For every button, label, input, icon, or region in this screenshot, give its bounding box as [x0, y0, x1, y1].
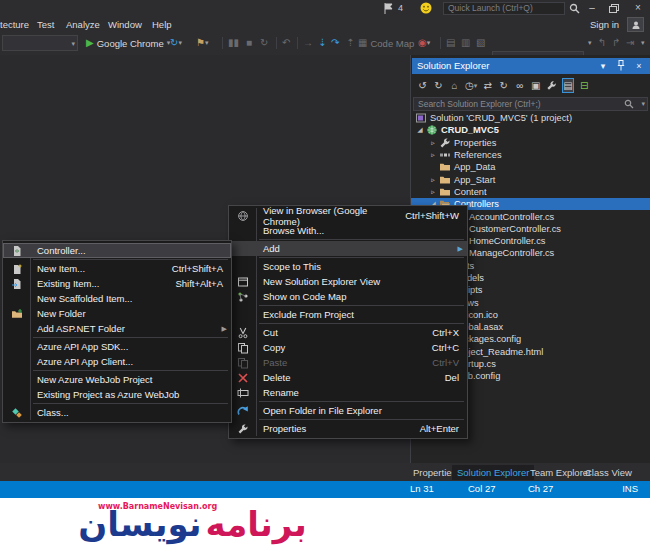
start-icon: ▶ — [86, 35, 94, 51]
new-file-button[interactable]: ▤ — [446, 35, 455, 51]
nav-forward-button[interactable]: ↱ — [612, 35, 620, 51]
indent-button[interactable]: ⇥ — [626, 35, 634, 51]
submenu-azure-api-app-client[interactable]: Azure API App Client... — [3, 354, 231, 369]
flag-tool-button[interactable]: ⚑▾ — [196, 35, 208, 51]
context-menu-delete[interactable]: DeleteDel — [229, 370, 467, 385]
tab-solution-explorer[interactable]: Solution Explorer — [452, 465, 534, 480]
switch-views-icon[interactable]: ⇄ — [482, 78, 493, 93]
context-menu-cut[interactable]: CutCtrl+X — [229, 325, 467, 340]
nav-back-button[interactable]: ↰ — [598, 35, 606, 51]
submenu-add-asp-net-folder[interactable]: Add ASP.NET Folder▶ — [3, 321, 231, 336]
context-menu-view-in-browser-google-chrome[interactable]: View in Browser (Google Chrome)Ctrl+Shif… — [229, 208, 467, 223]
pending-changes-icon[interactable]: ◷▾ — [465, 78, 477, 93]
quick-launch-input[interactable]: Quick Launch (Ctrl+Q) — [443, 2, 565, 15]
tree-item-references[interactable]: ▹References — [411, 149, 650, 161]
close-icon[interactable]: × — [632, 58, 646, 74]
submenu-existing-item[interactable]: Existing Item...Shift+Alt+A — [3, 276, 231, 291]
link-icon[interactable]: ∞ — [514, 78, 525, 93]
restore-button[interactable] — [606, 1, 622, 15]
context-menu-show-on-code-map[interactable]: Show on Code Map — [229, 289, 467, 304]
home-icon[interactable]: ⌂ — [449, 78, 460, 93]
tree-item-content[interactable]: ▹Content — [411, 186, 650, 198]
context-menu-add[interactable]: Add▶ — [229, 241, 467, 256]
panel-header[interactable]: Solution Explorer ▾ × — [412, 58, 650, 74]
collapsed-arrow-icon[interactable]: ▹ — [427, 151, 439, 159]
preview-icon[interactable]: ▣ — [530, 78, 541, 93]
collapsed-arrow-icon[interactable]: ▹ — [427, 176, 439, 184]
context-menu-open-folder-in-file-explorer[interactable]: Open Folder in File Explorer — [229, 403, 467, 418]
restart-button[interactable]: ↻ — [260, 35, 268, 51]
step-over-button[interactable]: → — [303, 35, 313, 51]
user-avatar-icon[interactable] — [627, 17, 644, 32]
context-menu-exclude-from-project[interactable]: Exclude From Project — [229, 307, 467, 322]
submenu-new-folder[interactable]: New Folder — [3, 306, 231, 321]
code-map-label: Code Map — [370, 38, 414, 49]
submenu-controller[interactable]: Controller... — [3, 243, 231, 258]
magnifier-icon[interactable] — [624, 99, 634, 109]
target-combo[interactable]: ▾ — [2, 35, 78, 51]
controller-icon — [3, 245, 30, 257]
nav-back-icon: ↰ — [598, 35, 606, 51]
submenu-azure-api-app-sdk[interactable]: Azure API App SDK... — [3, 339, 231, 354]
close-button[interactable]: × — [630, 1, 646, 15]
code-map-button[interactable]: ▦ Code Map — [358, 35, 417, 51]
tree-item-app-data[interactable]: App_Data — [411, 161, 650, 173]
browser-refresh-button[interactable]: ↻▾ — [170, 35, 182, 51]
tree-item-solution-crud-mvc5-1-project-[interactable]: Solution 'CRUD_MVC5' (1 project) — [411, 112, 650, 124]
dropdown-caret-icon[interactable]: ▾ — [596, 58, 610, 74]
submenu-new-scaffolded-item[interactable]: New Scaffolded Item... — [3, 291, 231, 306]
tree-item-properties[interactable]: ▹Properties — [411, 137, 650, 149]
find-options-button[interactable]: ▾ — [588, 35, 592, 51]
submenu-class[interactable]: Class... — [3, 405, 231, 420]
context-menu-browse-with[interactable]: Browse With... — [229, 223, 467, 238]
minimize-button[interactable]: – — [584, 1, 600, 15]
submenu-new-azure-webjob-project[interactable]: New Azure WebJob Project — [3, 372, 231, 387]
submenu-existing-project-as-azure-webjob[interactable]: Existing Project as Azure WebJob — [3, 387, 231, 402]
magnifier-icon[interactable] — [569, 3, 580, 14]
context-menu-properties[interactable]: PropertiesAlt+Enter — [229, 421, 467, 436]
feedback-smiley-icon[interactable] — [420, 2, 432, 14]
menu-help[interactable]: Help — [152, 19, 172, 30]
show-all-files-icon[interactable]: ▤ — [562, 78, 573, 93]
pause-button[interactable]: ▮▮ — [228, 35, 239, 51]
context-menu-rename[interactable]: Rename — [229, 385, 467, 400]
menu-item-label: New Item... — [37, 263, 85, 274]
context-menu-new-solution-explorer-view[interactable]: New Solution Explorer View — [229, 274, 467, 289]
start-debug-button[interactable]: ▶ Google Chrome ▾ — [86, 35, 170, 51]
undo-button[interactable]: ↶ — [282, 35, 290, 51]
properties-wrench-icon[interactable] — [546, 78, 557, 93]
step-back-button[interactable]: ↷ — [331, 35, 339, 51]
collapsed-arrow-icon[interactable]: ▹ — [427, 139, 439, 147]
tree-item-app-start[interactable]: ▹App_Start — [411, 173, 650, 185]
tree-item-crud-mvc5[interactable]: ◢CRUD_MVC5 — [411, 124, 650, 136]
context-menu-scope-to-this[interactable]: Scope to This — [229, 259, 467, 274]
menu-bar: tecture Test Analyze Window Help Sign in — [0, 18, 650, 32]
tab-class-view[interactable]: Class View — [580, 465, 637, 480]
pin-icon[interactable] — [614, 58, 628, 74]
menu-architecture[interactable]: tecture — [0, 19, 29, 30]
refresh-icon[interactable]: ↻ — [498, 78, 509, 93]
menu-window[interactable]: Window — [108, 19, 142, 30]
collapsed-arrow-icon[interactable]: ▹ — [427, 188, 439, 196]
back-icon[interactable]: ↺ — [417, 78, 428, 93]
existingitem-icon — [3, 278, 30, 290]
expanded-arrow-icon[interactable]: ◢ — [414, 126, 426, 134]
outdent-button[interactable]: ▾ — [641, 35, 645, 51]
context-menu-copy[interactable]: CopyCtrl+C — [229, 340, 467, 355]
open-file-button[interactable]: ▥ — [461, 35, 470, 51]
sign-in-link[interactable]: Sign in — [590, 19, 619, 30]
pause-icon: ▮▮ — [228, 35, 239, 51]
notifications-flag-icon[interactable] — [384, 3, 393, 14]
forward-icon[interactable]: ↻ — [433, 78, 444, 93]
search-input[interactable]: Search Solution Explorer (Ctrl+;) — [413, 97, 648, 111]
collapse-all-icon[interactable]: ⊟ — [579, 78, 590, 93]
save-button[interactable]: ▧ — [476, 35, 485, 51]
menu-test[interactable]: Test — [37, 19, 54, 30]
step-into-button[interactable]: ⇣ — [318, 35, 326, 51]
stop-button[interactable]: ■ — [246, 35, 252, 51]
step-out-button[interactable]: ⇡ — [346, 35, 354, 51]
dropdown-caret-icon[interactable]: ▾ — [641, 100, 645, 108]
submenu-new-item[interactable]: New Item...Ctrl+Shift+A — [3, 261, 231, 276]
menu-analyze[interactable]: Analyze — [66, 19, 100, 30]
intellitrace-button[interactable]: ◉▾ — [418, 35, 430, 51]
